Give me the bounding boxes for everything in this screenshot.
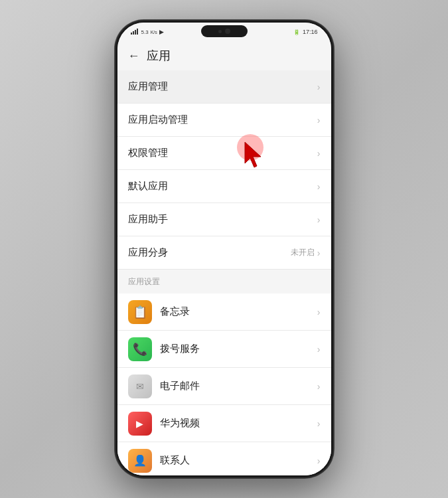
menu-item-label: 权限管理 bbox=[128, 147, 317, 159]
not-enabled-label: 未开启 bbox=[291, 247, 315, 258]
page-title: 应用 bbox=[147, 48, 171, 64]
status-bar-left: 5.3 K/s ▶ bbox=[131, 28, 164, 36]
menu-item-default-apps[interactable]: 默认应用 › bbox=[117, 170, 331, 203]
phone-screen: 5.3 K/s ▶ 🔋 17:16 ← 应用 bbox=[117, 23, 331, 475]
status-bar: 5.3 K/s ▶ 🔋 17:16 bbox=[117, 23, 331, 41]
menu-item-label: 应用分身 bbox=[128, 246, 291, 259]
camera-dot-2 bbox=[225, 29, 230, 34]
menu-item-app-startup[interactable]: 应用启动管理 › bbox=[117, 104, 331, 137]
phone-icon: 📞 bbox=[128, 337, 152, 361]
menu-item-app-management[interactable]: 应用管理 › bbox=[117, 70, 331, 104]
email-icon-symbol: ✉ bbox=[136, 381, 144, 392]
app-settings-item-dialer[interactable]: 📞 拨号服务 › bbox=[117, 331, 331, 368]
signal-text bbox=[131, 28, 138, 36]
chevron-icon: › bbox=[317, 214, 321, 225]
app-settings-item-video[interactable]: ▶ 华为视频 › bbox=[117, 405, 331, 442]
email-icon: ✉ bbox=[128, 374, 152, 398]
status-bar-right: 🔋 17:16 bbox=[293, 29, 318, 35]
section-label-text: 应用设置 bbox=[128, 276, 160, 288]
contacts-icon: 👤 bbox=[128, 449, 152, 473]
section-label-app-settings: 应用设置 bbox=[117, 270, 331, 293]
notes-label: 备忘录 bbox=[160, 305, 317, 318]
scene-background: 5.3 K/s ▶ 🔋 17:16 ← 应用 bbox=[0, 0, 448, 498]
app-settings-item-contacts[interactable]: 👤 联系人 › bbox=[117, 442, 331, 475]
phone-body: 5.3 K/s ▶ 🔋 17:16 ← 应用 bbox=[115, 20, 334, 478]
menu-item-permission[interactable]: 权限管理 › bbox=[117, 137, 331, 170]
menu-item-right: › bbox=[317, 82, 321, 92]
menu-item-right: 未开启 › bbox=[291, 247, 321, 258]
content-area: 应用管理 › 应用启动管理 › 权限管理 › bbox=[117, 70, 331, 475]
menu-item-right: › bbox=[317, 214, 321, 225]
dialer-label: 拨号服务 bbox=[160, 343, 317, 355]
video-icon: ▶ bbox=[128, 412, 152, 436]
chevron-icon: › bbox=[317, 148, 321, 159]
menu-item-label: 应用启动管理 bbox=[128, 114, 317, 126]
app-settings-item-email[interactable]: ✉ 电子邮件 › bbox=[117, 368, 331, 405]
email-label: 电子邮件 bbox=[160, 380, 317, 392]
chevron-icon: › bbox=[317, 344, 321, 355]
chevron-icon: › bbox=[317, 418, 321, 429]
chevron-icon: › bbox=[317, 115, 321, 125]
notes-icon: 📋 bbox=[128, 300, 152, 324]
menu-item-right: › bbox=[317, 148, 321, 159]
chevron-icon: › bbox=[317, 248, 321, 258]
app-settings-item-notes[interactable]: 📋 备忘录 › bbox=[117, 293, 331, 331]
battery-percent: 🔋 bbox=[293, 29, 300, 35]
contacts-label: 联系人 bbox=[160, 454, 317, 467]
menu-item-right: › bbox=[317, 115, 321, 125]
chevron-icon: › bbox=[317, 381, 321, 392]
menu-item-app-assistant[interactable]: 应用助手 › bbox=[117, 203, 331, 236]
camera-notch bbox=[201, 25, 248, 37]
chevron-icon: › bbox=[317, 82, 321, 92]
camera-dot-1 bbox=[218, 30, 222, 33]
phone-wrapper: 5.3 K/s ▶ 🔋 17:16 ← 应用 bbox=[112, 17, 337, 481]
video-label: 华为视频 bbox=[160, 417, 317, 430]
menu-item-label: 默认应用 bbox=[128, 180, 317, 193]
notes-icon-symbol: 📋 bbox=[133, 305, 147, 319]
contacts-icon-symbol: 👤 bbox=[133, 454, 147, 467]
wifi-icon: ▶ bbox=[159, 29, 164, 35]
video-icon-symbol: ▶ bbox=[136, 418, 143, 429]
time-display: 17:16 bbox=[303, 29, 318, 35]
menu-item-label: 应用管理 bbox=[128, 80, 317, 93]
chevron-icon: › bbox=[317, 181, 321, 192]
menu-item-label: 应用助手 bbox=[128, 213, 317, 226]
chevron-icon: › bbox=[317, 307, 321, 317]
menu-item-app-clone[interactable]: 应用分身 未开启 › bbox=[117, 236, 331, 270]
back-button[interactable]: ← bbox=[128, 49, 140, 63]
menu-item-right: › bbox=[317, 181, 321, 192]
phone-icon-symbol: 📞 bbox=[133, 342, 147, 357]
chevron-icon: › bbox=[317, 456, 321, 466]
speed-unit: K/s bbox=[151, 30, 157, 35]
top-navigation: ← 应用 bbox=[117, 41, 331, 70]
network-speed: 5.3 bbox=[141, 29, 149, 35]
